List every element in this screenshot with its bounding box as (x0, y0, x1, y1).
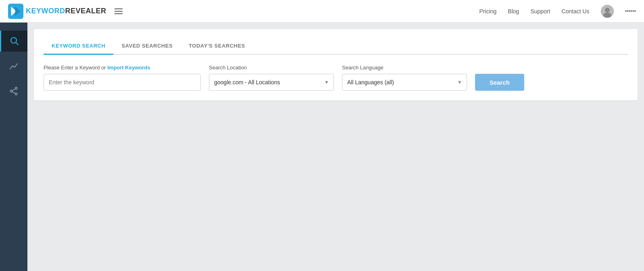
hamburger-line-1 (115, 8, 123, 9)
search-location-select[interactable]: google.com - All Locations google.co.uk … (209, 74, 334, 91)
keyword-label: Please Enter a Keyword or Import Keyword… (44, 65, 201, 71)
search-language-select[interactable]: All Languages (all) English Spanish Fren… (342, 74, 467, 91)
navbar: KEYWORDREVEALER Pricing Blog Support Con… (0, 0, 644, 23)
keyword-form-group: Please Enter a Keyword or Import Keyword… (44, 65, 201, 91)
nav-link-blog[interactable]: Blog (508, 8, 519, 15)
search-location-wrapper: google.com - All Locations google.co.uk … (209, 74, 334, 91)
logo-text: KEYWORDREVEALER (26, 7, 106, 15)
search-location-label: Search Location (209, 65, 334, 71)
nav-link-pricing[interactable]: Pricing (479, 8, 497, 15)
svg-line-12 (12, 92, 15, 93)
svg-point-4 (605, 8, 610, 13)
svg-point-9 (15, 93, 17, 95)
import-keywords-link[interactable]: Import Keywords (107, 65, 150, 71)
keyword-input[interactable] (44, 74, 201, 91)
share-icon (9, 87, 18, 96)
sidebar-item-search[interactable] (0, 31, 27, 52)
search-language-wrapper: All Languages (all) English Spanish Fren… (342, 74, 467, 91)
nav-link-support[interactable]: Support (530, 8, 550, 15)
search-language-label: Search Language (342, 65, 467, 71)
logo[interactable]: KEYWORDREVEALER (8, 4, 106, 19)
tab-todays-searches[interactable]: TODAY'S SEARCHES (181, 39, 253, 55)
avatar[interactable] (601, 5, 614, 18)
hamburger-button[interactable] (113, 7, 124, 16)
search-form: Please Enter a Keyword or Import Keyword… (44, 65, 628, 91)
svg-point-10 (10, 90, 13, 92)
navbar-right: Pricing Blog Support Contact Us •••••• (479, 5, 636, 18)
svg-line-11 (12, 89, 15, 91)
tab-keyword-search[interactable]: KEYWORD SEARCH (44, 39, 113, 55)
logo-icon (8, 4, 23, 19)
user-name: •••••• (625, 8, 636, 14)
tab-saved-searches[interactable]: SAVED SEARCHES (113, 39, 181, 55)
sidebar-item-share[interactable] (0, 81, 27, 102)
search-icon (10, 37, 19, 46)
search-language-form-group: Search Language All Languages (all) Engl… (342, 65, 467, 91)
analytics-icon (9, 62, 18, 71)
hamburger-line-2 (115, 11, 123, 12)
search-location-form-group: Search Location google.com - All Locatio… (209, 65, 334, 91)
svg-point-8 (15, 88, 17, 90)
navbar-left: KEYWORDREVEALER (8, 4, 124, 19)
main-content: KEYWORD SEARCH SAVED SEARCHES TODAY'S SE… (27, 23, 644, 271)
avatar-icon (601, 5, 614, 18)
keyword-label-static: Please Enter a Keyword or (44, 65, 107, 71)
hamburger-line-3 (115, 13, 123, 14)
tabs: KEYWORD SEARCH SAVED SEARCHES TODAY'S SE… (44, 39, 628, 55)
svg-line-7 (16, 43, 18, 45)
sidebar (0, 23, 27, 271)
main-card: KEYWORD SEARCH SAVED SEARCHES TODAY'S SE… (34, 29, 638, 100)
sidebar-item-analytics[interactable] (0, 56, 27, 77)
search-button[interactable]: Search (475, 74, 524, 91)
search-button-group: Search (475, 74, 524, 91)
nav-link-contact-us[interactable]: Contact Us (561, 8, 589, 15)
